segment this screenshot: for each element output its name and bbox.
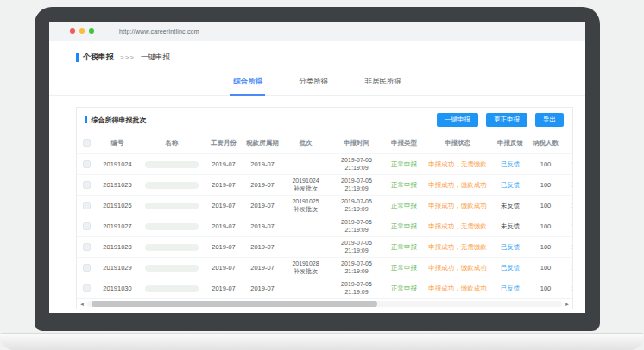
cell-name xyxy=(139,161,205,168)
cell-taxpayers: 100 xyxy=(529,264,562,272)
row-checkbox[interactable] xyxy=(83,264,91,272)
cell-declare-time: 2019-07-05 21:19:09 xyxy=(329,157,384,172)
cell-salary-month: 2019-07 xyxy=(205,202,243,209)
cell-declare-type: 正常申报 xyxy=(384,160,424,168)
col-header-id: 编号 xyxy=(96,139,139,147)
cell-taxpayers: 100 xyxy=(529,181,562,189)
cell-clipped: 11 xyxy=(562,284,572,292)
cell-declare-type: 正常申报 xyxy=(384,181,424,189)
select-all-checkbox[interactable] xyxy=(83,139,91,147)
col-header-name: 名称 xyxy=(139,139,205,147)
row-checkbox[interactable] xyxy=(83,160,91,168)
cell-feedback: 未反馈 xyxy=(491,202,529,209)
panel-actions: 一键申报更正申报导出 xyxy=(437,113,564,127)
cell-batch: 20191025 补发批次 xyxy=(282,198,329,214)
col-header-batch: 批次 xyxy=(282,139,329,147)
name-placeholder xyxy=(145,182,199,189)
cell-salary-month: 2019-07 xyxy=(205,243,243,251)
cell-select xyxy=(77,160,96,168)
export-button[interactable]: 导出 xyxy=(535,113,564,127)
browser-titlebar: http://www.careerintlinc.com xyxy=(49,22,585,41)
app-page: 个税申报 >>> 一键申报 综合所得分类所得非居民所得 综合所得申报批次 一键申… xyxy=(49,52,585,309)
cell-clipped: 11 xyxy=(562,202,572,209)
page-title: 个税申报 xyxy=(83,52,114,63)
col-header-feedback: 申报反馈 xyxy=(491,139,529,147)
window-close-dot[interactable] xyxy=(70,28,75,34)
tab-nonresident-income[interactable]: 非居民所得 xyxy=(362,70,404,96)
table-header-row: 编号名称工资月份税款所属期批次申报时间申报类型申报状态申报反馈纳税人数 xyxy=(77,132,572,153)
cell-clipped: 11 xyxy=(562,243,572,251)
cell-taxpayers: 100 xyxy=(529,160,562,168)
cell-taxpayers: 100 xyxy=(529,202,562,209)
row-checkbox[interactable] xyxy=(83,284,91,292)
cell-taxpayers: 100 xyxy=(529,243,562,251)
col-header-declare-time: 申报时间 xyxy=(329,139,384,147)
cell-declare-type: 正常申报 xyxy=(384,202,424,209)
table-row: 201910242019-072019-072019-07-05 21:19:0… xyxy=(77,153,572,174)
cell-name xyxy=(139,265,205,272)
scrollbar-thumb[interactable] xyxy=(92,301,376,307)
cell-id: 20191026 xyxy=(96,202,139,209)
table-row: 201910252019-072019-0720191024 补发批次2019-… xyxy=(77,174,572,195)
tab-bar: 综合所得分类所得非居民所得 xyxy=(49,70,585,96)
laptop-frame: http://www.careerintlinc.com 个税申报 >>> 一键… xyxy=(35,7,600,331)
cell-clipped: 11 xyxy=(562,222,572,230)
cell-taxpayers: 100 xyxy=(529,222,562,230)
cell-tax-period: 2019-07 xyxy=(243,160,282,168)
laptop-base xyxy=(0,334,644,350)
cell-id: 20191025 xyxy=(96,181,139,189)
window-minimize-dot[interactable] xyxy=(79,28,85,34)
name-placeholder xyxy=(145,285,199,292)
scrollbar-track[interactable] xyxy=(87,301,562,307)
cell-id: 20191027 xyxy=(96,222,139,230)
cell-declare-status: 申报成功，无需缴款 xyxy=(424,243,491,251)
cell-tax-period: 2019-07 xyxy=(243,202,282,209)
correct-declare-button[interactable]: 更正申报 xyxy=(486,113,527,127)
cell-select xyxy=(77,222,96,230)
cell-id: 20191029 xyxy=(96,264,139,272)
url-text[interactable]: http://www.careerintlinc.com xyxy=(119,28,199,34)
table-row: 201910292019-072019-0720191028 补发批次2019-… xyxy=(77,257,572,278)
cell-feedback: 已反馈 xyxy=(491,243,529,251)
scroll-left-arrow-icon[interactable]: ◄ xyxy=(79,302,85,307)
panel-header: 综合所得申报批次 一键申报更正申报导出 xyxy=(77,108,572,132)
cell-clipped: 11 xyxy=(562,181,572,189)
row-checkbox[interactable] xyxy=(83,243,91,251)
cell-taxpayers: 100 xyxy=(529,284,562,292)
table-row: 201910272019-072019-072019-07-05 21:19:0… xyxy=(77,216,572,236)
col-header-select xyxy=(77,139,96,147)
cell-batch: 20191024 补发批次 xyxy=(282,178,329,193)
name-placeholder xyxy=(145,244,199,251)
scroll-right-arrow-icon[interactable]: ► xyxy=(564,302,571,307)
cell-declare-time: 2019-07-05 21:19:09 xyxy=(329,281,384,297)
cell-salary-month: 2019-07 xyxy=(205,284,243,292)
breadcrumb-current: 一键申报 xyxy=(141,53,170,63)
tab-classified-income[interactable]: 分类所得 xyxy=(296,70,331,96)
one-click-declare-button[interactable]: 一键申报 xyxy=(437,113,478,127)
cell-batch: 20191028 补发批次 xyxy=(282,260,329,276)
cell-clipped: 11 xyxy=(562,160,572,168)
breadcrumb-separator: >>> xyxy=(120,53,135,61)
cell-id: 20191030 xyxy=(96,284,139,292)
cell-tax-period: 2019-07 xyxy=(243,264,282,272)
name-placeholder xyxy=(145,265,199,272)
col-header-salary-month: 工资月份 xyxy=(205,139,243,147)
cell-feedback: 已反馈 xyxy=(491,160,529,168)
row-checkbox[interactable] xyxy=(83,181,91,189)
cell-declare-status: 申报成功，缴款成功 xyxy=(424,284,491,292)
name-placeholder xyxy=(145,223,199,230)
cell-select xyxy=(77,243,96,251)
horizontal-scrollbar: ◄ ► xyxy=(77,298,572,309)
cell-id: 20191028 xyxy=(96,243,139,251)
title-accent-bar xyxy=(76,53,79,62)
cell-select xyxy=(77,181,96,189)
tab-comprehensive-income[interactable]: 综合所得 xyxy=(230,70,265,96)
window-zoom-dot[interactable] xyxy=(89,28,94,34)
cell-declare-type: 正常申报 xyxy=(384,243,424,251)
row-checkbox[interactable] xyxy=(83,202,91,209)
col-header-taxpayers: 纳税人数 xyxy=(529,139,562,147)
row-checkbox[interactable] xyxy=(83,222,91,230)
cell-feedback: 未反馈 xyxy=(491,222,529,230)
page-background: http://www.careerintlinc.com 个税申报 >>> 一键… xyxy=(0,0,644,350)
cell-declare-time: 2019-07-05 21:19:09 xyxy=(329,240,384,255)
